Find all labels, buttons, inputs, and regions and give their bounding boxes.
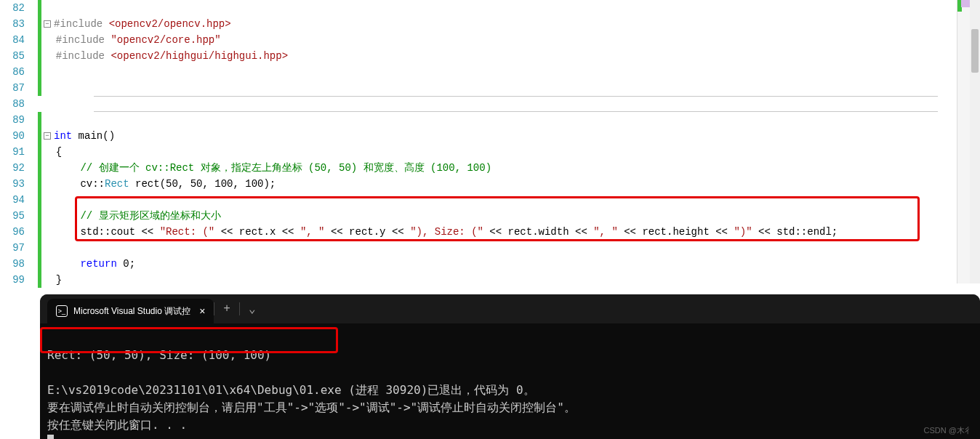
new-tab-button[interactable]: + xyxy=(214,294,239,323)
minimap[interactable] xyxy=(957,0,970,283)
terminal-icon: >_ xyxy=(56,305,68,317)
console-line: 按任意键关闭此窗口. . . xyxy=(47,418,187,432)
scrollbar-thumb[interactable] xyxy=(971,29,979,73)
code-content[interactable]: −#include <opencv2/opencv.hpp> #include … xyxy=(41,0,980,288)
console-line: E:\vs2019code\20231101\01\x64\Debug\01.e… xyxy=(47,383,535,397)
code-highlight-box xyxy=(75,196,920,241)
watermark: CSDN @木彳 xyxy=(924,425,973,436)
console-tab[interactable]: >_ Microsoft Visual Studio 调试控 × xyxy=(47,299,214,323)
line-gutter: 82 83 84 85 86 87 88 89 90 91 92 93 94 9… xyxy=(0,0,29,283)
console-highlight-box xyxy=(40,327,338,353)
fold-icon[interactable]: − xyxy=(44,132,51,140)
console-titlebar: >_ Microsoft Visual Studio 调试控 × + ⌄ xyxy=(40,294,980,323)
tab-title: Microsoft Visual Studio 调试控 xyxy=(73,305,190,318)
debug-console[interactable]: >_ Microsoft Visual Studio 调试控 × + ⌄ Rec… xyxy=(40,294,980,439)
close-icon[interactable]: × xyxy=(196,305,208,317)
console-line: 要在调试停止时自动关闭控制台，请启用"工具"->"选项"->"调试"->"调试停… xyxy=(47,400,576,414)
tab-dropdown-icon[interactable]: ⌄ xyxy=(240,294,265,323)
change-marker xyxy=(38,112,41,288)
fold-icon[interactable]: − xyxy=(44,20,51,28)
console-cursor xyxy=(47,435,54,439)
change-marker xyxy=(38,0,41,96)
vertical-scrollbar[interactable] xyxy=(970,0,980,283)
